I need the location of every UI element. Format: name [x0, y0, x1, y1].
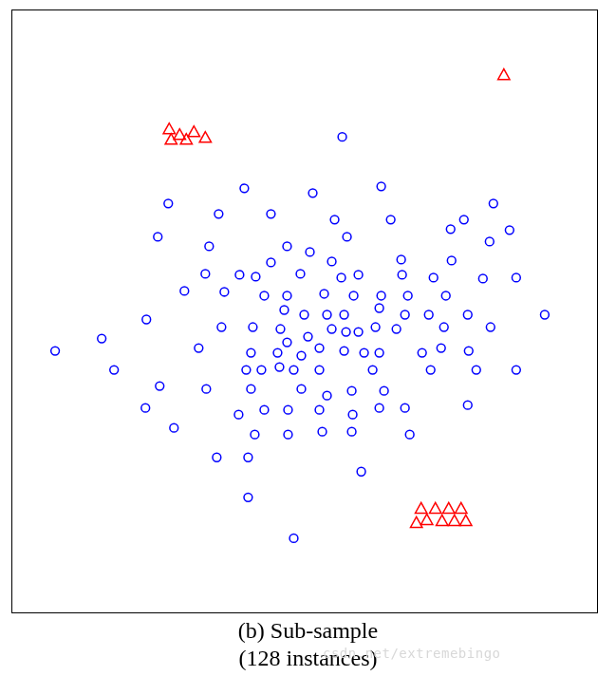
data-point-circle: [244, 493, 252, 501]
data-point-circle: [280, 306, 289, 314]
data-point-circle: [463, 310, 472, 319]
data-point-circle: [338, 133, 346, 141]
data-point-circle: [205, 242, 214, 251]
data-point-circle: [267, 210, 275, 218]
data-point-circle: [368, 366, 377, 374]
data-point-circle: [180, 287, 189, 295]
data-point-circle: [348, 410, 357, 419]
data-point-circle: [323, 391, 331, 400]
data-point-circle: [297, 385, 306, 393]
data-point-triangle: [449, 515, 460, 525]
data-point-circle: [170, 423, 178, 432]
data-point-triangle: [498, 69, 510, 80]
data-point-circle: [512, 273, 520, 282]
watermark-text: csdn.net/extremebingo: [323, 646, 501, 661]
data-point-circle: [429, 273, 438, 282]
data-point-circle: [283, 291, 291, 300]
data-point-circle: [405, 430, 414, 439]
data-point-circle: [401, 404, 409, 412]
data-point-circle: [357, 467, 365, 476]
data-point-circle: [392, 325, 401, 333]
data-point-circle: [398, 271, 406, 279]
data-point-circle: [343, 233, 351, 241]
data-point-circle: [51, 347, 60, 355]
data-point-circle: [195, 344, 203, 352]
data-point-triangle: [199, 132, 211, 142]
data-point-circle: [360, 348, 368, 357]
data-point-circle: [426, 366, 435, 374]
data-point-circle: [347, 427, 356, 436]
data-point-circle: [489, 199, 497, 208]
clipped-header: [0, 0, 616, 6]
data-point-circle: [289, 534, 298, 542]
data-point-circle: [375, 348, 383, 357]
data-point-circle: [318, 427, 327, 436]
data-point-triangle: [188, 126, 199, 137]
data-point-circle: [240, 184, 249, 193]
data-point-circle: [418, 348, 426, 357]
data-point-circle: [284, 430, 292, 439]
data-point-circle: [340, 310, 348, 319]
data-point-circle: [244, 453, 252, 461]
data-point-circle: [304, 332, 312, 341]
data-point-circle: [202, 385, 211, 393]
data-point-circle: [380, 386, 388, 395]
data-point-circle: [215, 210, 223, 218]
data-point-circle: [337, 273, 345, 282]
data-point-circle: [251, 430, 259, 439]
data-point-circle: [98, 334, 106, 343]
data-point-circle: [441, 291, 450, 300]
data-point-circle: [354, 271, 363, 279]
data-point-circle: [234, 410, 243, 419]
data-point-circle: [377, 182, 385, 191]
data-point-circle: [242, 366, 251, 374]
data-point-circle: [252, 272, 260, 281]
scatter-plot: [11, 9, 598, 613]
data-point-circle: [401, 310, 409, 319]
data-point-circle: [164, 199, 173, 208]
scatter-svg: [12, 10, 597, 612]
data-point-circle: [320, 290, 328, 298]
data-point-circle: [403, 291, 412, 300]
data-point-circle: [315, 366, 324, 374]
data-point-circle: [323, 310, 331, 319]
data-point-circle: [424, 310, 433, 319]
data-point-circle: [327, 257, 336, 266]
data-point-circle: [397, 255, 405, 264]
data-point-circle: [377, 291, 385, 300]
data-point-circle: [283, 242, 291, 251]
data-point-triangle: [421, 514, 433, 524]
data-point-circle: [273, 348, 282, 357]
data-point-circle: [386, 216, 395, 224]
data-point-circle: [235, 271, 244, 279]
data-point-circle: [354, 328, 363, 336]
data-point-circle: [260, 291, 269, 300]
data-point-circle: [472, 366, 480, 374]
data-point-circle: [217, 323, 226, 331]
data-point-circle: [463, 401, 472, 409]
data-point-circle: [201, 270, 210, 278]
data-point-circle: [297, 351, 306, 360]
data-point-circle: [154, 233, 162, 241]
data-point-circle: [330, 216, 339, 224]
data-point-triangle: [460, 515, 472, 525]
data-point-circle: [540, 310, 549, 319]
data-point-circle: [220, 288, 229, 296]
data-point-circle: [283, 338, 291, 347]
data-point-circle: [300, 310, 308, 319]
data-point-circle: [347, 386, 356, 395]
data-point-circle: [249, 323, 257, 331]
data-point-circle: [267, 258, 275, 267]
data-point-circle: [485, 237, 494, 246]
data-point-triangle: [456, 502, 467, 513]
data-point-triangle: [430, 502, 441, 513]
data-point-triangle: [437, 515, 448, 525]
data-point-circle: [276, 325, 285, 333]
data-point-circle: [342, 328, 350, 336]
data-point-circle: [284, 405, 292, 414]
data-point-triangle: [411, 516, 422, 527]
data-point-circle: [327, 325, 336, 333]
data-point-circle: [446, 225, 455, 234]
data-point-circle: [213, 453, 221, 461]
data-point-circle: [375, 404, 383, 412]
